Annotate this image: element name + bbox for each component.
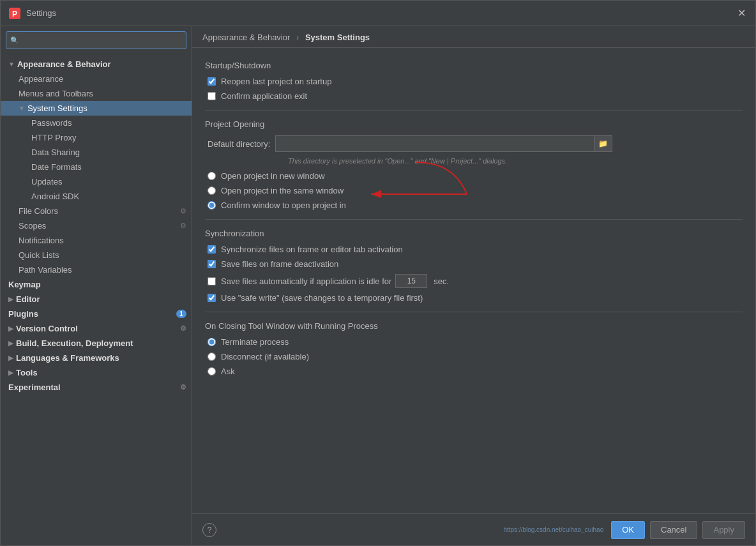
close-button[interactable]: ✕ [735,7,748,20]
expand-arrow: ▼ [8,61,15,68]
save-deactivation-row: Save files on frame deactivation [205,259,743,269]
open-same-window-radio[interactable] [208,186,216,195]
help-button[interactable]: ? [202,523,216,537]
sidebar-item-date-formats[interactable]: Date Formats [1,160,192,174]
open-new-window-radio[interactable] [208,172,216,180]
cancel-button[interactable]: Cancel [650,521,697,539]
sidebar-item-scopes[interactable]: Scopes ⚙ [1,218,192,233]
terminate-radio[interactable] [208,338,216,346]
sync-files-label[interactable]: Synchronize files on frame or editor tab… [221,245,403,254]
main-content: 🔍 ▼ Appearance & Behavior Appearance Men… [1,26,755,545]
title-bar: P Settings ✕ [1,1,755,26]
sync-files-checkbox[interactable] [208,245,216,254]
default-directory-row: Default directory: 📁 [205,135,743,152]
sidebar-item-updates[interactable]: Updates [1,174,192,189]
reopen-label[interactable]: Reopen last project on startup [221,77,331,86]
section-divider-3 [205,312,743,312]
confirm-exit-row: Confirm application exit [205,91,743,101]
sidebar-item-file-colors[interactable]: File Colors ⚙ [1,204,192,218]
sidebar-item-passwords[interactable]: Passwords [1,116,192,130]
sidebar-item-languages-frameworks[interactable]: ▶ Languages & Frameworks [1,351,192,365]
save-idle-checkbox[interactable] [208,277,216,285]
sidebar-item-android-sdk[interactable]: Android SDK [1,189,192,204]
search-box[interactable]: 🔍 [6,31,186,49]
disconnect-radio[interactable] [208,353,216,361]
confirm-exit-checkbox[interactable] [208,92,216,100]
idle-time-input[interactable] [395,274,427,288]
browse-button[interactable]: 📁 [594,135,612,152]
sidebar-item-keymap[interactable]: Keymap [1,277,192,292]
url-bar: https://blog.csdn.net/cuihao_cuihao [501,526,606,533]
config-icon: ⚙ [180,324,186,333]
confirm-window-radio[interactable] [208,201,216,209]
sidebar-item-http-proxy[interactable]: HTTP Proxy [1,130,192,145]
confirm-window-row: Confirm window to open project in [205,201,743,210]
sidebar-item-appearance[interactable]: Appearance [1,72,192,86]
sidebar-item-tools[interactable]: ▶ Tools [1,365,192,380]
svg-text:P: P [12,10,17,19]
sidebar-item-editor[interactable]: ▶ Editor [1,292,192,307]
config-icon: ⚙ [180,207,186,215]
sidebar-item-experimental[interactable]: Experimental ⚙ [1,380,192,395]
confirm-window-container: Confirm window to open project in [205,201,743,210]
sidebar-item-data-sharing[interactable]: Data Sharing [1,145,192,160]
sidebar-item-quick-lists[interactable]: Quick Lists [1,248,192,262]
disconnect-row: Disconnect (if available) [205,352,743,361]
sidebar-item-build-execution[interactable]: ▶ Build, Execution, Deployment [1,336,192,351]
settings-content: Startup/Shutdown Reopen last project on … [192,48,755,513]
open-new-window-label[interactable]: Open project in new window [221,171,325,181]
sidebar-item-path-variables[interactable]: Path Variables [1,262,192,277]
section-divider-1 [205,110,743,110]
config-icon: ⚙ [180,383,186,391]
terminate-label[interactable]: Terminate process [221,337,289,347]
bottom-bar: ? https://blog.csdn.net/cuihao_cuihao OK… [192,513,755,545]
sidebar-item-plugins[interactable]: Plugins 1 [1,307,192,321]
save-deactivation-checkbox[interactable] [208,260,216,268]
terminate-row: Terminate process [205,337,743,347]
save-idle-row: Save files automatically if application … [205,274,743,288]
confirm-window-label[interactable]: Confirm window to open project in [221,201,346,210]
expand-arrow-lang: ▶ [8,354,13,361]
reopen-checkbox[interactable] [208,77,216,86]
safe-write-checkbox[interactable] [208,294,216,302]
safe-write-label[interactable]: Use "safe write" (save changes to a temp… [221,293,423,303]
expand-arrow-build: ▶ [8,340,13,347]
config-icon: ⚙ [180,222,186,230]
disconnect-label[interactable]: Disconnect (if available) [221,352,309,361]
sidebar-item-menus-toolbars[interactable]: Menus and Toolbars [1,86,192,101]
right-panel: Appearance & Behavior › System Settings … [192,26,755,545]
expand-arrow-system: ▼ [19,105,25,112]
ask-label[interactable]: Ask [221,367,235,376]
save-deactivation-label[interactable]: Save files on frame deactivation [221,259,338,269]
breadcrumb-parent: Appearance & Behavior [202,33,290,42]
bottom-right: https://blog.csdn.net/cuihao_cuihao OK C… [501,521,745,539]
confirm-exit-label[interactable]: Confirm application exit [221,91,307,101]
sync-section-title: Synchronization [205,229,743,238]
reopen-last-project-row: Reopen last project on startup [205,77,743,86]
open-same-window-label[interactable]: Open project in the same window [221,186,344,195]
ask-radio[interactable] [208,367,216,375]
sidebar-item-version-control[interactable]: ▶ Version Control ⚙ [1,321,192,336]
sync-files-row: Synchronize files on frame or editor tab… [205,245,743,254]
directory-hint: This directory is preselected in "Open..… [205,157,743,165]
sec-label: sec. [434,277,449,286]
ok-button[interactable]: OK [611,521,645,539]
plugins-badge: 1 [176,310,186,318]
search-input[interactable] [22,36,182,45]
breadcrumb-current: System Settings [305,33,370,42]
sidebar-item-appearance-behavior[interactable]: ▼ Appearance & Behavior [1,57,192,72]
window-title: Settings [26,8,735,18]
save-idle-label[interactable]: Save files automatically if application … [221,277,391,286]
apply-button[interactable]: Apply [702,521,745,539]
safe-write-row: Use "safe write" (save changes to a temp… [205,293,743,303]
section-divider-2 [205,219,743,220]
sidebar-item-notifications[interactable]: Notifications [1,233,192,248]
settings-window: P Settings ✕ 🔍 ▼ Appearance & Behavior A… [0,0,756,546]
breadcrumb: Appearance & Behavior › System Settings [192,26,755,48]
sidebar: 🔍 ▼ Appearance & Behavior Appearance Men… [1,26,192,545]
app-icon: P [8,7,21,20]
directory-input[interactable] [275,135,594,152]
ask-row: Ask [205,367,743,376]
expand-arrow-vc: ▶ [8,325,13,332]
sidebar-item-system-settings[interactable]: ▼ System Settings [1,101,192,116]
